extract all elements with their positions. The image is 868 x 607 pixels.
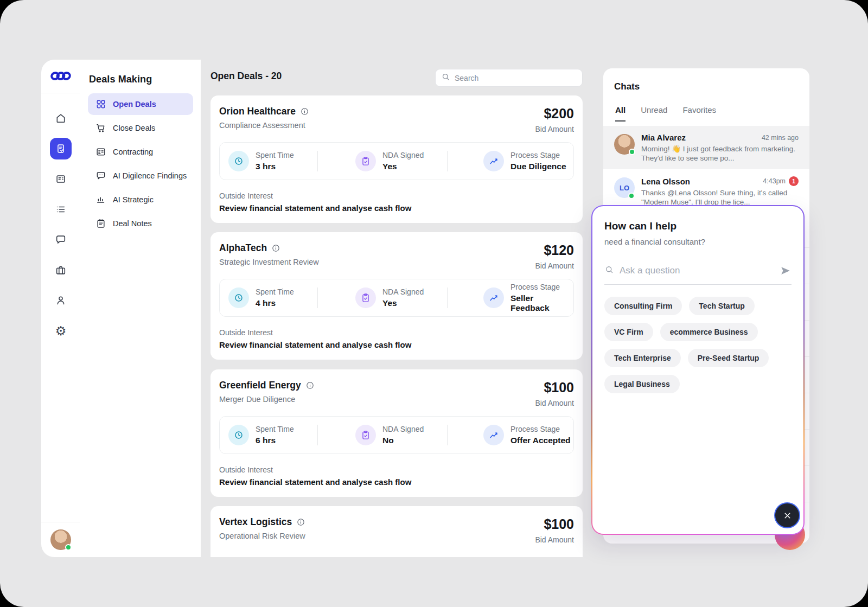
- tab-all[interactable]: All: [615, 105, 626, 122]
- chat-name: Mia Alvarez: [641, 133, 686, 142]
- stat-label: Process Stage: [510, 151, 566, 159]
- settings-icon[interactable]: ⚙: [50, 320, 72, 342]
- chat-time: 4:43pm: [763, 177, 786, 185]
- clipboard-check-icon: [355, 151, 376, 171]
- deal-card[interactable]: Vertex Logistics Operational Risk Review…: [210, 506, 583, 557]
- sidebar-item-open-deals[interactable]: Open Deals: [88, 93, 193, 115]
- user-avatar[interactable]: [50, 529, 71, 550]
- stat-label: Process Stage: [510, 425, 571, 433]
- info-icon[interactable]: [305, 381, 315, 390]
- search-icon: [441, 72, 450, 84]
- user-icon[interactable]: [50, 290, 72, 311]
- search-input[interactable]: [455, 74, 577, 82]
- deal-stats: Spent Time4 hrs NDA SignedYes Process St…: [219, 279, 574, 317]
- deal-title: Orion Healthcare: [219, 106, 296, 117]
- sidebar: Deals Making Open Deals Close Deals Cont…: [80, 60, 201, 557]
- stat-value: No: [382, 436, 424, 445]
- chip-ecommerce-business[interactable]: ecommerce Business: [660, 323, 758, 341]
- unread-badge: 1: [789, 176, 799, 186]
- icon-rail: ⚙: [41, 60, 80, 557]
- app-background: ⚙ Deals Making Open Deals Close Deals: [0, 0, 868, 607]
- trend-chart-icon: [483, 287, 504, 308]
- app-logo: [41, 69, 80, 83]
- cart-icon: [95, 123, 106, 133]
- sidebar-item-label: Close Deals: [113, 124, 155, 132]
- chat-icon[interactable]: [50, 229, 72, 251]
- page-title: Open Deals - 20: [210, 71, 282, 82]
- briefcase-icon[interactable]: [50, 259, 72, 281]
- stat-label: NDA Signed: [382, 425, 424, 433]
- close-icon[interactable]: [775, 503, 799, 527]
- online-status-dot: [629, 149, 635, 155]
- stat-divider: [447, 151, 448, 171]
- bar-chart-icon: [95, 194, 106, 205]
- send-icon[interactable]: [780, 265, 792, 277]
- deal-subtitle: Operational Risk Review: [219, 532, 305, 540]
- bid-amount-label: Bid Amount: [535, 535, 574, 544]
- info-icon[interactable]: [300, 107, 309, 116]
- info-icon[interactable]: [296, 517, 305, 527]
- deal-card[interactable]: Greenfield Energy Merger Due Diligence $…: [210, 369, 583, 497]
- clipboard-check-icon: [355, 425, 376, 445]
- deal-title: AlphaTech: [219, 242, 267, 254]
- assistant-overlay: How can I help need a financial consulta…: [591, 205, 805, 535]
- deal-stats: Spent Time6 hrs NDA SignedNo Process Sta…: [219, 416, 574, 454]
- deals-icon[interactable]: [50, 138, 72, 159]
- stat-divider: [317, 151, 318, 171]
- clock-icon: [228, 151, 249, 171]
- deal-subtitle: Merger Due Diligence: [219, 395, 315, 404]
- search-icon: [604, 265, 614, 277]
- contract-card-icon: [95, 146, 106, 157]
- outside-interest-value: Review financial statement and analyse c…: [219, 340, 574, 349]
- ask-question-input[interactable]: [620, 265, 774, 276]
- outside-interest-value: Review financial statement and analyse c…: [219, 477, 574, 487]
- sidebar-item-ai-digilence-findings[interactable]: AI Digilence Findings: [88, 165, 193, 187]
- clock-icon: [228, 287, 249, 308]
- bid-amount-label: Bid Amount: [535, 125, 574, 133]
- chat-list-item[interactable]: Mia Alvarez 42 mins ago Morning! 👋 I jus…: [603, 126, 809, 169]
- deal-subtitle: Compliance Assessment: [219, 121, 309, 130]
- deal-card[interactable]: Orion Healthcare Compliance Assessment $…: [210, 95, 583, 223]
- notepad-icon: [95, 218, 106, 229]
- stat-value: 4 hrs: [256, 298, 294, 308]
- sidebar-item-contracting[interactable]: Contracting: [88, 141, 193, 163]
- stat-value: Yes: [382, 298, 424, 308]
- sidebar-item-ai-strategic[interactable]: AI Strategic: [88, 189, 193, 210]
- stat-value: 6 hrs: [256, 436, 294, 445]
- cards-icon[interactable]: [50, 168, 72, 190]
- bid-amount-label: Bid Amount: [535, 399, 574, 407]
- chat-time: 42 mins ago: [762, 134, 799, 142]
- assistant-subtitle: need a financial consultant?: [604, 237, 792, 246]
- clock-icon: [228, 425, 249, 445]
- stat-label: Spent Time: [256, 287, 294, 296]
- home-icon[interactable]: [50, 107, 72, 129]
- stat-value: Yes: [382, 162, 424, 171]
- sidebar-item-label: Open Deals: [113, 100, 156, 108]
- list-icon[interactable]: [50, 199, 72, 220]
- chip-legal-business[interactable]: Legal Business: [604, 375, 680, 393]
- deal-card[interactable]: AlphaTech Strategic Investment Review $1…: [210, 232, 583, 360]
- tab-unread[interactable]: Unread: [641, 105, 667, 122]
- chip-tech-enterprise[interactable]: Tech Enterprise: [604, 349, 681, 367]
- deal-subtitle: Strategic Investment Review: [219, 258, 319, 266]
- sidebar-item-deal-notes[interactable]: Deal Notes: [88, 213, 193, 234]
- sidebar-item-close-deals[interactable]: Close Deals: [88, 117, 193, 139]
- deal-stats: Spent Time3 hrs NDA SignedYes Process St…: [219, 142, 574, 180]
- chat-preview: Thanks @Lena Olsson! Sure thing, it's ca…: [641, 188, 799, 207]
- stat-value: Offer Accepted: [510, 436, 571, 445]
- suggestion-chips: Consulting Firm Tech Startup VC Firm eco…: [604, 297, 792, 393]
- chip-consulting-firm[interactable]: Consulting Firm: [604, 297, 682, 315]
- chip-pre-seed-startup[interactable]: Pre-Seed Startup: [688, 349, 769, 367]
- sidebar-item-label: Deal Notes: [113, 219, 152, 228]
- deals-main: Open Deals - 20 Orion Healthcare Complia…: [201, 60, 591, 557]
- rail-divider: [41, 93, 80, 93]
- stat-label: Spent Time: [256, 425, 294, 433]
- tab-favorites[interactable]: Favorites: [682, 105, 716, 122]
- chip-tech-startup[interactable]: Tech Startup: [689, 297, 755, 315]
- stat-value: 3 hrs: [256, 162, 294, 171]
- chip-vc-firm[interactable]: VC Firm: [604, 323, 653, 341]
- stat-label: Process Stage: [510, 283, 575, 291]
- online-status-dot: [65, 544, 72, 551]
- avatar: [614, 134, 635, 155]
- info-icon[interactable]: [271, 244, 280, 253]
